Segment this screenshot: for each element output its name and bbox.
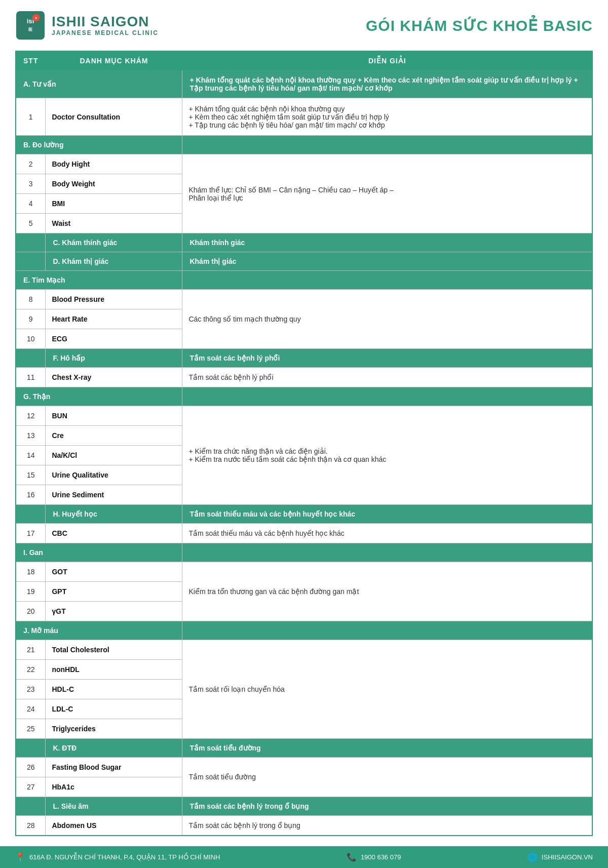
table-row: G. Thận [16,387,592,406]
item-name: Body Hight [46,154,182,174]
cat-desc: Khám thị giác [182,252,592,271]
logo-text-block: ISHII SAIGON JAPANESE MEDICAL CLINIC [52,14,159,37]
item-stt: 18 [16,562,46,581]
item-desc: Tầm soát thiếu máu và các bệnh huyết học… [182,523,592,543]
col-header-desc: DIỄN GIẢI [182,51,592,70]
col-header-name: DANH MỤC KHÁM [46,51,182,70]
table-row: L. Siêu âmTầm soát các bệnh lý trong ổ b… [16,797,592,815]
cat-desc: Tầm soát thiếu máu và các bệnh huyết học… [182,504,592,523]
item-name: Fasting Blood Sugar [46,757,182,777]
category-desc [182,387,592,406]
footer-address-item: 📍 616A Đ. NGUYỄN CHÍ THANH, P.4, QUẬN 11… [15,852,220,862]
item-name: GPT [46,581,182,601]
category-desc [182,271,592,290]
item-stt: 9 [16,309,46,329]
table-row: 28Abdomen USTầm soát các bệnh lý trong ổ… [16,815,592,836]
table-row: A. Tư vấn+ Khám tổng quát các bệnh nội k… [16,70,592,98]
item-stt: 23 [16,679,46,699]
web-icon: 🌐 [527,852,538,862]
category-name: A. Tư vấn [16,70,182,98]
item-stt: 4 [16,194,46,214]
cat-name: K. ĐTĐ [46,738,182,757]
cat-desc: Tầm soát tiểu đường [182,738,592,757]
cat-name: H. Huyết học [46,504,182,523]
table-row: 21Total CholesterolTầm soát rối loạn chu… [16,640,592,659]
table-row: E. Tim Mạch [16,271,592,290]
item-desc: Kiểm tra tổn thương gan và các bệnh đườn… [182,562,592,621]
cat-name: L. Siêu âm [46,797,182,815]
item-stt: 17 [16,523,46,543]
cat-name: F. Hô hấp [46,349,182,368]
category-name: J. Mỡ máu [16,621,182,640]
item-stt: 10 [16,329,46,348]
item-stt: 1 [16,98,46,136]
logo-sub-text: JAPANESE MEDICAL CLINIC [52,29,159,36]
item-name: HDL-C [46,679,182,699]
table-row: 12BUN+ Kiểm tra chức năng thận và các đi… [16,406,592,425]
item-desc: Tầm soát rối loạn chuyển hóa [182,640,592,738]
item-stt: 25 [16,719,46,738]
item-name: Urine Qualitative [46,465,182,485]
item-name: ECG [46,329,182,348]
table-row: 1Doctor Consultation+ Khám tổng quát các… [16,98,592,136]
item-name: Doctor Consultation [46,98,182,136]
header: isi + 医 ISHII SAIGON JAPANESE MEDICAL CL… [15,10,593,41]
item-desc: + Kiểm tra chức năng thận và các điện gi… [182,406,592,504]
item-stt: 22 [16,659,46,679]
table-row: K. ĐTĐTầm soát tiểu đường [16,738,592,757]
cat-desc: Khám thính giác [182,233,592,252]
main-container: isi + 医 ISHII SAIGON JAPANESE MEDICAL CL… [0,0,608,846]
item-stt: 21 [16,640,46,659]
item-name: Urine Sediment [46,485,182,504]
cat-stt [16,504,46,523]
item-desc: Các thông số tim mạch thường quy [182,289,592,348]
table-row: 18GOTKiểm tra tổn thương gan và các bệnh… [16,562,592,581]
category-name: G. Thận [16,387,182,406]
item-desc: Tầm soát tiểu đường [182,757,592,797]
item-name: nonHDL [46,659,182,679]
category-desc [182,543,592,562]
item-stt: 14 [16,445,46,465]
phone-icon: 📞 [347,852,357,862]
logo-area: isi + 医 ISHII SAIGON JAPANESE MEDICAL CL… [15,10,159,41]
cat-desc: Tầm soát các bệnh lý phổi [182,349,592,368]
table-row: I. Gan [16,543,592,562]
item-name: γGT [46,601,182,621]
cat-stt [16,738,46,757]
item-name: Heart Rate [46,309,182,329]
item-stt: 5 [16,214,46,233]
cat-stt [16,252,46,271]
page-title: GÓI KHÁM SỨC KHOẺ BASIC [366,17,593,34]
item-name: Na/K/Cl [46,445,182,465]
logo-main-text: ISHII SAIGON [52,14,159,30]
cat-stt [16,797,46,815]
footer-phone-item: 📞 1900 636 079 [347,852,401,862]
svg-text:医: 医 [28,27,33,32]
item-desc: Tầm soát các bệnh lý phổi [182,367,592,387]
item-stt: 15 [16,465,46,485]
table-row: J. Mỡ máu [16,621,592,640]
table-row: 8Blood PressureCác thông số tim mạch thư… [16,289,592,309]
item-name: Total Cholesterol [46,640,182,659]
item-stt: 16 [16,485,46,504]
item-stt: 12 [16,406,46,425]
item-stt: 20 [16,601,46,621]
item-stt: 28 [16,815,46,836]
cat-stt [16,349,46,368]
table-header-row: STT DANH MỤC KHÁM DIỄN GIẢI [16,51,592,70]
table-row: F. Hô hấpTầm soát các bệnh lý phổi [16,349,592,368]
item-name: Blood Pressure [46,289,182,309]
category-name: B. Đo lường [16,136,182,154]
footer: 📍 616A Đ. NGUYỄN CHÍ THANH, P.4, QUẬN 11… [0,846,608,868]
cat-name: D. Khám thị giác [46,252,182,271]
footer-website: ISHIISAIGON.VN [542,853,593,861]
item-stt: 26 [16,757,46,777]
table-row: B. Đo lường [16,136,592,154]
table-body: A. Tư vấn+ Khám tổng quát các bệnh nội k… [16,70,592,836]
category-desc [182,136,592,154]
item-desc: Tầm soát các bệnh lý trong ổ bụng [182,815,592,836]
col-header-stt: STT [16,51,46,70]
item-stt: 27 [16,777,46,797]
table-row: H. Huyết họcTầm soát thiếu máu và các bệ… [16,504,592,523]
item-desc: + Khám tổng quát các bệnh nội khoa thườn… [182,98,592,136]
